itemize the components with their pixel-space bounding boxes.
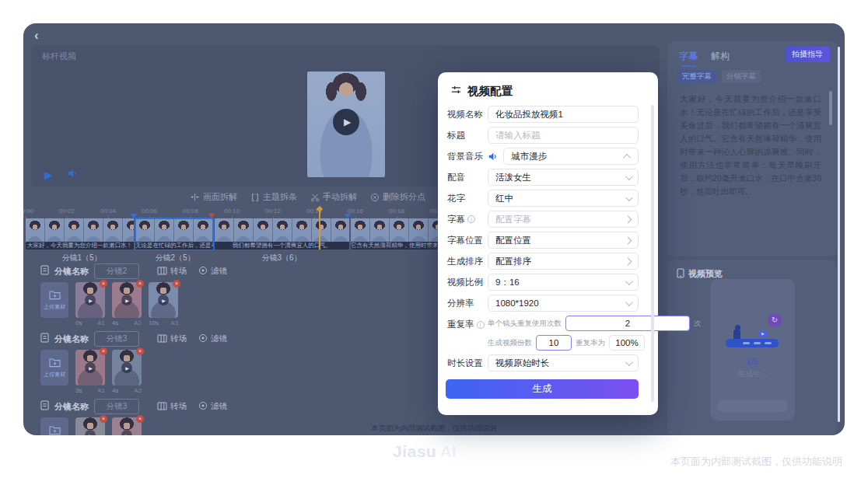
timeline-tick: 00:08 xyxy=(183,208,198,215)
duration-select[interactable]: 视频原始时长 xyxy=(488,354,639,372)
shooting-guide-button[interactable]: 拍摄指导 xyxy=(785,47,830,62)
clip-duration: 4s xyxy=(112,319,118,326)
brand-logo: JiasuAI xyxy=(393,442,457,461)
chip-shot-subtitle[interactable]: 分镜字幕 xyxy=(722,70,761,83)
video-preview-frame[interactable]: ▶ xyxy=(307,72,385,177)
upload-material-tile[interactable]: 上传素材 xyxy=(40,417,68,435)
upload-material-tile[interactable]: 上传素材 xyxy=(40,282,68,318)
clip-thumbnail[interactable]: ▶× xyxy=(149,282,178,318)
toolbar-frame-split-button[interactable]: 画面拆解 xyxy=(190,191,237,203)
clip-thumbnail[interactable]: ▶× xyxy=(112,282,142,318)
grid-icon xyxy=(157,402,167,412)
folder-plus-icon xyxy=(49,290,61,301)
transition-button[interactable]: 转场 xyxy=(157,266,187,277)
timeline-segment[interactable]: 无论是在忙碌的工作后，还是享受美食过后， xyxy=(135,218,213,249)
tab-subtitle[interactable]: 字幕 xyxy=(679,50,698,63)
segment-caption: 大家好，今天我要为您介绍一款漱口水！ xyxy=(26,242,134,249)
segment-start-handle[interactable] xyxy=(131,214,137,218)
volume-icon[interactable] xyxy=(67,168,78,182)
timeline-segment[interactable]: 它含有天然薄荷精华，使用时带来 xyxy=(351,218,438,249)
repeat-rate-label: 重复率 xyxy=(447,319,474,330)
ratio-select[interactable]: 9：16 xyxy=(488,274,639,291)
remove-clip-icon[interactable]: × xyxy=(100,415,107,423)
filter-button[interactable]: 滤镜 xyxy=(198,401,227,412)
back-icon[interactable]: ‹ xyxy=(34,28,39,44)
play-icon[interactable]: ▶ xyxy=(333,109,359,135)
timeline-tick: 00:00 xyxy=(23,208,33,215)
shot-section-header: 分镜名称转场滤镜 xyxy=(40,400,445,413)
clip-play-icon: ▶ xyxy=(85,295,96,305)
toolbar-topic-split-button[interactable]: 主题拆条 xyxy=(250,191,297,203)
generate-button[interactable]: 生成 xyxy=(446,379,639,399)
timeline-segment[interactable]: 大家好，今天我要为您介绍一款漱口水！ xyxy=(26,218,134,249)
copies-input[interactable] xyxy=(536,335,572,351)
bgm-select[interactable]: 城市漫步 xyxy=(503,148,639,165)
resolution-select[interactable]: 1080*1920 xyxy=(488,295,639,312)
toolbar-delete-splitpoint-button[interactable]: 删除拆分点 xyxy=(370,191,425,203)
toolbar-scissors-button[interactable]: 手动拆解 xyxy=(310,191,357,203)
window-scrollbar[interactable] xyxy=(838,47,840,422)
clip-thumbnail[interactable]: ▶× xyxy=(75,282,105,318)
remove-clip-icon[interactable]: × xyxy=(136,280,144,288)
remove-clip-icon[interactable]: × xyxy=(136,347,144,355)
clip-item: ▶× xyxy=(112,417,142,435)
subtitle-config-link[interactable]: 配置字幕 xyxy=(488,211,639,228)
repeat-count-input[interactable] xyxy=(565,316,690,331)
play-button[interactable]: ▶ xyxy=(44,169,53,181)
shot-name-input[interactable] xyxy=(94,331,139,347)
video-name-label: 视频名称 xyxy=(447,109,488,120)
chevron-right-icon xyxy=(625,236,632,244)
gen-order-link[interactable]: 配置排序 xyxy=(488,253,639,270)
remove-clip-icon[interactable]: × xyxy=(136,415,144,423)
playhead-marker[interactable] xyxy=(319,211,320,249)
title-input[interactable] xyxy=(488,127,639,144)
transition-button[interactable]: 转场 xyxy=(157,333,187,344)
clip-thumbnail[interactable]: ▶× xyxy=(112,350,142,386)
clip-tag: A2 xyxy=(134,387,142,394)
segment-caption: 无论是在忙碌的工作后，还是享受美食过后， xyxy=(135,242,213,249)
voice-select[interactable]: 活泼女生 xyxy=(488,169,639,186)
fancy-text-label: 花字 xyxy=(447,193,488,204)
subtitle-scrollbar[interactable] xyxy=(829,91,832,125)
copies-label: 生成视频份数 xyxy=(488,338,532,348)
filter-button[interactable]: 滤镜 xyxy=(198,333,227,344)
modal-scrollbar[interactable] xyxy=(651,105,654,402)
remove-clip-icon[interactable]: × xyxy=(100,347,107,355)
benchmark-video-label: 标杆视频 xyxy=(42,51,76,62)
shot-section-header: 分镜名称转场滤镜 xyxy=(40,264,445,278)
split-toolbar: 画面拆解主题拆条手动拆解删除拆分点 xyxy=(210,191,448,203)
speaker-icon[interactable] xyxy=(488,152,499,162)
remove-clip-icon[interactable]: × xyxy=(173,280,180,288)
clip-thumbnail[interactable]: ▶× xyxy=(112,417,142,435)
shot-name-label: 分镜名称 xyxy=(54,266,89,277)
tab-deconstruct[interactable]: 解构 xyxy=(711,50,730,63)
fancy-text-select[interactable]: 红中 xyxy=(488,190,639,207)
subtitle-pos-label: 字幕位置 xyxy=(447,235,488,246)
subtitle-pos-link[interactable]: 配置位置 xyxy=(488,232,639,249)
filter-button[interactable]: 滤镜 xyxy=(198,266,227,277)
sliders-icon xyxy=(450,84,462,99)
remove-clip-icon[interactable]: × xyxy=(100,280,107,288)
info-icon: i xyxy=(477,321,485,329)
topic-split-icon xyxy=(250,193,260,202)
upload-material-tile[interactable]: 上传素材 xyxy=(40,350,68,386)
shot-name-input[interactable] xyxy=(94,263,139,279)
timeline-ruler[interactable]: 00:0000:0200:0400:0600:0800:1000:1200:14… xyxy=(26,208,442,218)
segment-end-handle[interactable] xyxy=(208,214,215,218)
chip-full-subtitle[interactable]: 完整字幕 xyxy=(677,70,716,83)
segment-label: 分镜3（6） xyxy=(261,253,301,263)
timeline-segment[interactable]: 我们都希望拥有一个清爽宜人的口气。 xyxy=(215,218,349,249)
video-name-input[interactable] xyxy=(488,106,639,123)
clip-play-icon: ▶ xyxy=(158,295,169,305)
generating-illustration: ↻ ▶ xyxy=(726,315,780,352)
toolbar-button-label: 删除拆分点 xyxy=(383,191,425,203)
shot-name-input[interactable] xyxy=(94,399,139,414)
split-point-marker[interactable] xyxy=(345,214,351,218)
clip-meta: 0sA1 xyxy=(75,319,105,326)
generating-status: 生成中... xyxy=(710,368,795,379)
filter-icon xyxy=(198,333,208,344)
clip-thumbnail[interactable]: ▶× xyxy=(75,350,105,386)
clip-thumbnail[interactable]: ▶× xyxy=(75,417,105,435)
filter-icon xyxy=(198,401,208,412)
transition-button[interactable]: 转场 xyxy=(157,401,187,412)
